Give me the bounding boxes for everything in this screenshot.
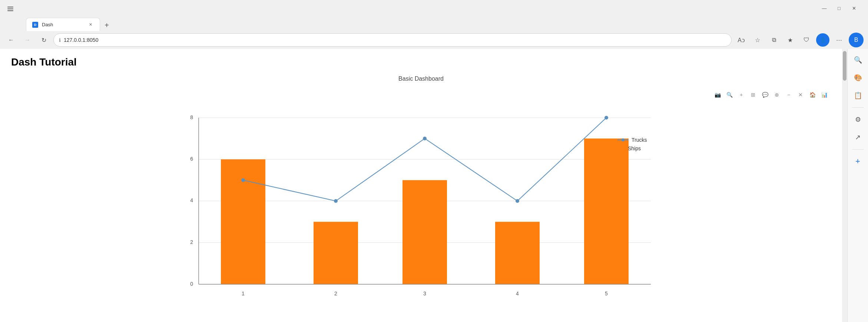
right-sidebar: 🔍 🎨 📋 ⚙ ↗ +: [847, 49, 868, 322]
new-tab-button[interactable]: +: [101, 19, 113, 31]
bar-5: [584, 138, 629, 284]
plotly-toolbar: 📷 🔍 + ⊞ 💬 ⊕ − ✕ 🏠 📊: [11, 88, 831, 101]
x-label-2: 2: [334, 291, 337, 296]
extension-clipboard[interactable]: 📋: [851, 88, 865, 103]
extension-settings[interactable]: ⚙: [851, 112, 865, 127]
plotly-chart-btn[interactable]: 📊: [819, 90, 829, 100]
legend-trucks-dot: [622, 138, 625, 141]
x-label-3: 3: [423, 291, 426, 296]
chart-title: Basic Dashboard: [11, 76, 831, 82]
chart-svg: 0 2 4 6 8: [169, 103, 673, 303]
extension-add[interactable]: +: [851, 154, 865, 169]
plotly-minus-btn[interactable]: −: [783, 90, 794, 100]
split-button[interactable]: ⧉: [767, 33, 781, 47]
plotly-plus-btn[interactable]: +: [736, 90, 746, 100]
plotly-home-btn[interactable]: 🏠: [807, 90, 818, 100]
collections-button[interactable]: ★: [783, 33, 797, 47]
close-button[interactable]: ✕: [850, 4, 858, 12]
favorites-button[interactable]: ☆: [751, 33, 764, 47]
svg-text:2: 2: [190, 239, 193, 245]
plotly-close-btn[interactable]: ✕: [795, 90, 806, 100]
point-2: [334, 199, 338, 203]
extension-paint[interactable]: 🎨: [851, 70, 865, 85]
reload-button[interactable]: ↻: [37, 33, 50, 47]
plotly-add-btn[interactable]: ⊕: [772, 90, 782, 100]
sidebar-toggle[interactable]: [4, 2, 17, 16]
point-3: [423, 137, 427, 140]
point-5: [604, 116, 608, 120]
plotly-camera-btn[interactable]: 📷: [712, 90, 723, 100]
x-label-1: 1: [242, 291, 245, 296]
legend-trucks-label: Trucks: [632, 137, 647, 143]
tab-close-button[interactable]: ✕: [87, 21, 94, 28]
plotly-comment-btn[interactable]: 💬: [760, 90, 770, 100]
point-4: [516, 199, 519, 203]
x-label-4: 4: [516, 291, 519, 296]
back-button[interactable]: ←: [4, 33, 18, 47]
read-aloud-button[interactable]: Aↄ: [735, 33, 748, 47]
svg-text:0: 0: [190, 281, 193, 287]
chart-container: Basic Dashboard 📷 🔍 + ⊞ 💬 ⊕ − ✕ 🏠 📊: [11, 76, 831, 303]
svg-text:4: 4: [190, 197, 193, 203]
plotly-zoom-btn[interactable]: 🔍: [724, 90, 735, 100]
point-1: [241, 178, 245, 182]
address-bar-url: 127.0.0.1:8050: [64, 37, 98, 43]
browser-essentials-button[interactable]: 🛡: [800, 33, 813, 47]
bing-button[interactable]: B: [849, 33, 864, 47]
sidebar-divider-1: [852, 107, 864, 108]
tab-title: Dash: [42, 22, 53, 27]
minimize-button[interactable]: —: [821, 4, 828, 12]
bar-2: [314, 222, 358, 284]
forward-button[interactable]: →: [21, 33, 34, 47]
legend-ships-box: [617, 145, 625, 151]
address-bar[interactable]: ℹ 127.0.0.1:8050: [53, 33, 732, 47]
legend-ships-label: Ships: [628, 145, 641, 151]
bar-4: [495, 222, 540, 284]
svg-rect-1: [7, 9, 13, 9]
svg-rect-2: [7, 10, 13, 11]
extension-search[interactable]: 🔍: [851, 53, 865, 67]
svg-rect-0: [7, 7, 13, 7]
profile-button[interactable]: 👤: [816, 33, 829, 47]
bar-1: [221, 160, 265, 285]
active-tab[interactable]: D Dash ✕: [26, 18, 100, 31]
svg-text:8: 8: [190, 114, 193, 120]
maximize-button[interactable]: □: [835, 4, 843, 12]
scrollbar-track[interactable]: [842, 49, 847, 322]
more-options-button[interactable]: ⋯: [832, 33, 846, 47]
bar-3: [402, 180, 447, 284]
extension-open[interactable]: ↗: [851, 130, 865, 145]
scrollbar-thumb[interactable]: [843, 51, 847, 81]
sidebar-divider-2: [852, 149, 864, 150]
svg-text:6: 6: [190, 156, 193, 162]
page-title: Dash Tutorial: [11, 56, 831, 68]
x-label-5: 5: [605, 291, 608, 296]
plotly-lasso-btn[interactable]: ⊞: [748, 90, 758, 100]
tab-favicon: D: [32, 22, 38, 28]
address-bar-icon: ℹ: [59, 37, 61, 43]
